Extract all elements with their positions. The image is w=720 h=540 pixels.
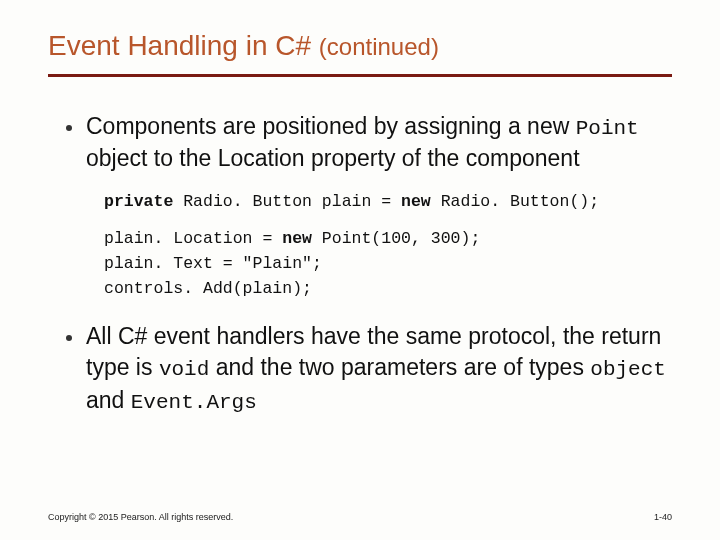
copyright-text: Copyright © 2015 Pearson. All rights res…: [48, 512, 233, 522]
footer: Copyright © 2015 Pearson. All rights res…: [48, 512, 672, 522]
bullet1-part-a: Components are positioned by assigning a…: [86, 113, 576, 139]
bullet2-mono-eventargs: Event.Args: [131, 391, 257, 414]
bullet2-mono-object: object: [590, 358, 666, 381]
code-block: private Radio. Button plain = new Radio.…: [104, 190, 672, 301]
bullet1-mono: Point: [576, 117, 639, 140]
code-kw-new1: new: [401, 192, 431, 211]
bullet1-part-b: object to the Location property of the c…: [86, 145, 580, 171]
code-kw-private: private: [104, 192, 173, 211]
divider: [48, 74, 672, 77]
bullet-item-1: Components are positioned by assigning a…: [48, 111, 672, 174]
bullet-dot-icon: [66, 125, 72, 131]
code-kw-new2: new: [282, 229, 312, 248]
title-main: Event Handling in C#: [48, 30, 319, 61]
bullet2-part-c: and: [86, 387, 131, 413]
bullet-text-1: Components are positioned by assigning a…: [86, 111, 672, 174]
code-line-3: plain. Text = "Plain";: [104, 252, 672, 277]
bullet2-mono-void: void: [159, 358, 209, 381]
bullet-dot-icon: [66, 335, 72, 341]
bullet2-part-b: and the two parameters are of types: [209, 354, 590, 380]
code-line-2: plain. Location = new Point(100, 300);: [104, 227, 672, 252]
code-l1d: Radio. Button();: [431, 192, 599, 211]
slide-title: Event Handling in C# (continued): [48, 30, 672, 62]
title-continued: (continued): [319, 33, 439, 60]
code-l2a: plain. Location =: [104, 229, 282, 248]
code-line-4: controls. Add(plain);: [104, 277, 672, 302]
code-line-1: private Radio. Button plain = new Radio.…: [104, 190, 672, 215]
bullet-item-2: All C# event handlers have the same prot…: [48, 321, 672, 417]
code-l2c: Point(100, 300);: [312, 229, 480, 248]
bullet-text-2: All C# event handlers have the same prot…: [86, 321, 672, 417]
page-number: 1-40: [654, 512, 672, 522]
code-l1b: Radio. Button plain =: [173, 192, 401, 211]
